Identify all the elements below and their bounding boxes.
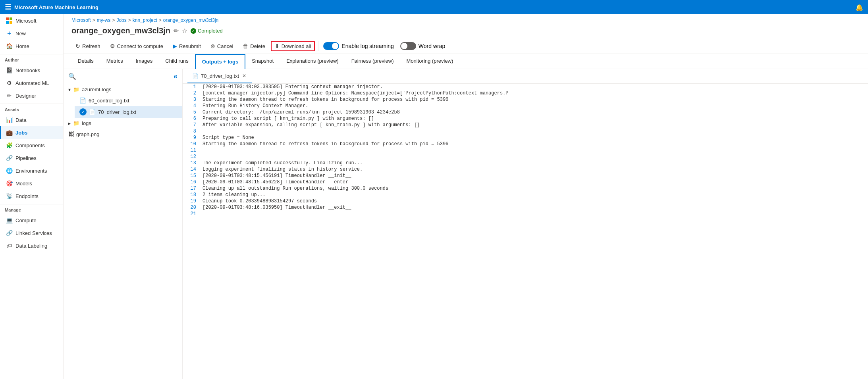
- line-number: 1: [183, 84, 203, 90]
- sidebar-item-jobs[interactable]: 💼 Jobs: [0, 126, 63, 139]
- star-icon[interactable]: ☆: [182, 27, 187, 35]
- breadcrumb-microsoft[interactable]: Microsoft: [71, 17, 91, 23]
- line-number: 15: [183, 173, 203, 179]
- components-icon: 🧩: [6, 142, 12, 148]
- tab-metrics[interactable]: Metrics: [100, 54, 129, 69]
- log-line: 10Starting the daemon thread to refresh …: [183, 141, 868, 147]
- jobs-icon: 💼: [6, 129, 12, 136]
- sidebar-item-automated-ml[interactable]: ⚙ Automated ML: [0, 77, 63, 89]
- toolbar: ↻ Refresh ⚙ Connect to compute ▶ Resubmi…: [64, 38, 868, 54]
- active-file-indicator: ✓: [79, 108, 87, 115]
- log-tab-bar: 📄 70_driver_log.txt ✕: [183, 69, 868, 84]
- tab-child-runs[interactable]: Child runs: [159, 54, 195, 69]
- breadcrumb-my-ws[interactable]: my-ws: [97, 17, 111, 23]
- folder-expand-icon: ▾: [68, 87, 71, 92]
- connect-to-compute-button[interactable]: ⚙ Connect to compute: [106, 41, 167, 51]
- sidebar-item-compute[interactable]: 💻 Compute: [0, 214, 63, 227]
- refresh-button[interactable]: ↻ Refresh: [71, 41, 104, 51]
- tab-images[interactable]: Images: [129, 54, 159, 69]
- tab-fairness[interactable]: Fairness (preview): [345, 54, 400, 69]
- delete-button[interactable]: 🗑 Delete: [239, 41, 269, 51]
- line-content: [2020-09-01T03:48:15.456228] TimeoutHand…: [203, 179, 354, 185]
- sidebar-item-pipelines[interactable]: 🔗 Pipelines: [0, 152, 63, 164]
- line-content: Preparing to call script [ knn_train.py …: [203, 116, 374, 121]
- connect-icon: ⚙: [110, 43, 115, 49]
- sidebar-item-notebooks[interactable]: 📓 Notebooks: [0, 64, 63, 77]
- log-line: 9Script type = None: [183, 135, 868, 141]
- sidebar-item-components[interactable]: 🧩 Components: [0, 139, 63, 152]
- log-tab-file-icon: 📄: [192, 73, 199, 79]
- search-icon[interactable]: 🔍: [68, 73, 76, 80]
- svg-rect-0: [6, 17, 9, 20]
- tab-monitoring[interactable]: Monitoring (preview): [400, 54, 460, 69]
- line-content: 2 items cleaning up...: [203, 192, 265, 198]
- line-number: 12: [183, 154, 203, 160]
- edit-icon[interactable]: ✏: [174, 27, 179, 35]
- data-icon: 📊: [6, 117, 12, 123]
- line-number: 4: [183, 103, 203, 109]
- tab-details[interactable]: Details: [71, 54, 100, 69]
- status-badge: ✓ Completed: [191, 28, 223, 34]
- breadcrumb-knn-project[interactable]: knn_project: [133, 17, 157, 23]
- file-tree-panel: 🔍 « ▾ 📁 azureml-logs 📄 60_control_log.tx…: [64, 69, 183, 379]
- resubmit-button[interactable]: ▶ Resubmit: [169, 41, 205, 51]
- line-content: After variable expansion, calling script…: [203, 122, 420, 128]
- home-icon: 🏠: [6, 43, 12, 49]
- line-content: Entering Run History Context Manager.: [203, 103, 308, 109]
- tab-outputs-logs[interactable]: Outputs + logs: [195, 54, 245, 69]
- file-tree-indent: 📄 60_control_log.txt ✓ 📄 70_driver_log.t…: [64, 95, 182, 118]
- line-number: 2: [183, 90, 203, 96]
- file-icon-active: 📄: [89, 109, 96, 115]
- svg-rect-1: [10, 17, 12, 20]
- log-line: 8: [183, 128, 868, 135]
- file-70-driver-log[interactable]: ✓ 📄 70_driver_log.txt: [75, 106, 182, 118]
- line-content: The experiment completed successfully. F…: [203, 160, 363, 166]
- log-streaming-switch[interactable]: [323, 42, 339, 50]
- sidebar-endpoints-label: Endpoints: [15, 193, 39, 199]
- file-label-active: 70_driver_log.txt: [98, 109, 136, 115]
- sidebar-item-endpoints[interactable]: 📡 Endpoints: [0, 190, 63, 202]
- sidebar-item-designer[interactable]: ✏ Designer: [0, 89, 63, 102]
- sidebar-item-home[interactable]: 🏠 Home: [0, 40, 63, 52]
- line-number: 17: [183, 186, 203, 191]
- file-tree-header: 🔍 «: [64, 69, 182, 84]
- sidebar-designer-label: Designer: [15, 93, 36, 99]
- sidebar-item-models[interactable]: 🎯 Models: [0, 177, 63, 190]
- hamburger-icon[interactable]: ☰: [5, 3, 11, 12]
- log-line: 13The experiment completed successfully.…: [183, 160, 868, 166]
- sidebar-item-microsoft[interactable]: Microsoft: [0, 14, 63, 27]
- sidebar-section-manage: Manage: [0, 204, 63, 214]
- log-tab-close-icon[interactable]: ✕: [241, 72, 247, 79]
- breadcrumb-current[interactable]: orange_oxygen_mw3cl3jn: [163, 17, 218, 23]
- folder-azureml-logs[interactable]: ▾ 📁 azureml-logs: [64, 84, 182, 95]
- file-graph-png[interactable]: 🖼 graph.png: [64, 129, 182, 140]
- page-header: orange_oxygen_mw3cl3jn ✏ ☆ ✓ Completed: [64, 25, 868, 38]
- sidebar-item-data[interactable]: 📊 Data: [0, 114, 63, 126]
- top-bar: ☰ Microsoft Azure Machine Learning 🔔: [0, 0, 868, 14]
- tab-explanations[interactable]: Explanations (preview): [280, 54, 345, 69]
- notification-icon[interactable]: 🔔: [855, 4, 863, 11]
- cancel-button[interactable]: ⊗ Cancel: [206, 41, 237, 51]
- folder-logs[interactable]: ▸ 📁 logs: [64, 118, 182, 129]
- tab-snapshot[interactable]: Snapshot: [245, 54, 280, 69]
- log-content[interactable]: 1[2020-09-01T03:48:03.383595] Entering c…: [183, 84, 868, 379]
- word-wrap-switch[interactable]: [400, 42, 416, 50]
- sidebar-item-linked-services[interactable]: 🔗 Linked Services: [0, 227, 63, 239]
- collapse-icon[interactable]: «: [174, 72, 177, 81]
- sidebar-item-data-labeling[interactable]: 🏷 Data Labeling: [0, 239, 63, 252]
- file-60-control-log[interactable]: 📄 60_control_log.txt: [75, 95, 182, 106]
- log-line: 20[2020-09-01T03:48:16.035950] TimeoutHa…: [183, 204, 868, 211]
- sidebar-item-environments[interactable]: 🌐 Environments: [0, 164, 63, 177]
- status-dot: ✓: [191, 28, 196, 34]
- line-number: 14: [183, 167, 203, 172]
- refresh-icon: ↻: [75, 43, 80, 49]
- line-number: 19: [183, 198, 203, 204]
- toolbar-separator: [318, 41, 318, 51]
- log-tab-active[interactable]: 📄 70_driver_log.txt ✕: [187, 69, 252, 83]
- breadcrumb-jobs[interactable]: Jobs: [116, 17, 126, 23]
- sidebar-notebooks-label: Notebooks: [15, 67, 40, 73]
- download-all-button[interactable]: ⬇ Download all: [271, 41, 315, 51]
- log-line: 11: [183, 147, 868, 154]
- sidebar-pipelines-label: Pipelines: [15, 155, 37, 161]
- sidebar-item-new[interactable]: + New: [0, 27, 63, 40]
